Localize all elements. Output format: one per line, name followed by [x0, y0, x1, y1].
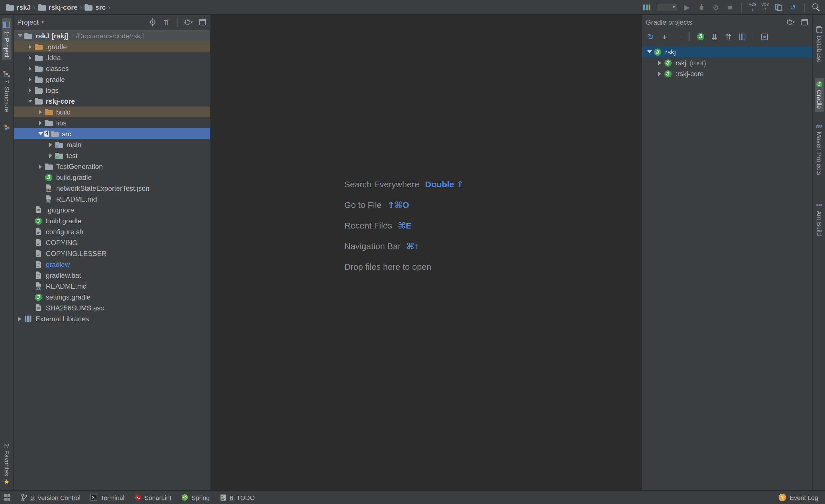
- item-label: build.gradle: [46, 217, 81, 225]
- changelist-icon[interactable]: [642, 2, 652, 12]
- gradle-settings-icon[interactable]: [760, 31, 769, 42]
- tree-row[interactable]: gradle: [14, 74, 210, 85]
- editor-area[interactable]: Search EverywhereDouble ⇧Go to File⇧⌘ORe…: [211, 15, 642, 490]
- toolwindow-tab-structure[interactable]: 7: Structure: [2, 67, 11, 115]
- show-task-list-icon[interactable]: [737, 31, 747, 42]
- expand-arrow[interactable]: [16, 313, 23, 324]
- tree-row[interactable]: rskJ [rskj]~/Documents/code/rskJ: [14, 30, 210, 41]
- toolwindow-tab-project[interactable]: 1: Project: [2, 18, 11, 61]
- gradle-icon[interactable]: [696, 31, 705, 42]
- toolwindow-tab-gradle[interactable]: Gradle: [814, 78, 824, 112]
- tree-row[interactable]: .idea: [14, 52, 210, 63]
- collapse-all-icon[interactable]: ⇈: [724, 31, 733, 42]
- expand-arrow[interactable]: [26, 41, 34, 52]
- collapse-all-icon[interactable]: ⇈: [162, 17, 171, 27]
- tree-row[interactable]: libs: [14, 117, 210, 128]
- locate-icon[interactable]: [148, 17, 157, 27]
- expand-arrow[interactable]: [16, 30, 23, 41]
- hide-panel-icon[interactable]: [198, 17, 207, 27]
- status-spring[interactable]: Spring: [181, 494, 210, 501]
- chevron-down-icon: ▾: [42, 19, 44, 25]
- expand-arrow[interactable]: [37, 128, 44, 139]
- coverage-icon[interactable]: ⊘: [711, 2, 720, 12]
- expand-arrow[interactable]: [47, 139, 55, 150]
- arrow-spacer: [37, 172, 44, 183]
- compare-icon[interactable]: [774, 2, 783, 12]
- breadcrumb-item[interactable]: src: [83, 3, 107, 11]
- refresh-gradle-icon[interactable]: ↻: [646, 31, 656, 42]
- tree-row[interactable]: gradlew: [14, 259, 210, 270]
- toolwindow-tab-ant[interactable]: Ant Build: [814, 199, 824, 239]
- breadcrumb-item[interactable]: rskJ: [5, 3, 32, 11]
- toolwindow-tab-maven[interactable]: mMaven Projects: [815, 120, 823, 178]
- tree-row[interactable]: configure.sh: [14, 226, 210, 237]
- tree-row[interactable]: MDREADME.md: [14, 281, 210, 291]
- expand-arrow[interactable]: [37, 106, 44, 117]
- detach-gradle-project-icon[interactable]: −: [674, 31, 683, 42]
- tree-row[interactable]: :rskj-core: [642, 68, 812, 79]
- status-terminal[interactable]: Terminal: [90, 494, 124, 501]
- tree-row[interactable]: rskj-core: [14, 96, 210, 106]
- tree-row[interactable]: JSONnetworkStateExporterTest.json: [14, 183, 210, 193]
- vcs-commit-icon[interactable]: VCS↑: [761, 3, 769, 12]
- breadcrumb-label: rskj-core: [49, 3, 77, 11]
- expand-all-icon[interactable]: ⇊: [710, 31, 719, 42]
- tree-row[interactable]: main: [14, 139, 210, 150]
- hide-panel-icon[interactable]: [800, 17, 809, 27]
- expand-arrow[interactable]: [656, 57, 663, 68]
- toolwindow-tab-favorites[interactable]: 2: Favorites★: [2, 440, 11, 488]
- breadcrumb-item[interactable]: rskj-core: [36, 3, 78, 11]
- expand-arrow[interactable]: [26, 52, 34, 63]
- tree-row[interactable]: External Libraries: [14, 313, 210, 324]
- expand-arrow[interactable]: [47, 150, 55, 161]
- tree-row[interactable]: build: [14, 106, 210, 117]
- settings-gear-icon[interactable]: ▾: [184, 17, 193, 27]
- gear-icon[interactable]: ▾: [786, 17, 795, 27]
- tree-row[interactable]: gradlew.bat: [14, 270, 210, 281]
- expand-arrow[interactable]: [26, 85, 34, 96]
- tree-row[interactable]: logs: [14, 85, 210, 96]
- status-sonarlint[interactable]: SonarLint: [134, 494, 171, 501]
- tree-row[interactable]: rskj(root): [642, 57, 812, 68]
- status-todo[interactable]: 6: TODO: [219, 494, 255, 501]
- status-version-control[interactable]: 9: Version Control: [21, 493, 80, 501]
- tree-row[interactable]: .gradle: [14, 41, 210, 52]
- expand-arrow[interactable]: [26, 96, 34, 106]
- tree-row[interactable]: rskj: [642, 47, 812, 57]
- item-label: .idea: [46, 54, 61, 62]
- tree-row[interactable]: MDREADME.md: [14, 193, 210, 204]
- search-everywhere-icon[interactable]: [812, 3, 820, 11]
- tree-row[interactable]: settings.gradle: [14, 291, 210, 303]
- shortcut-keys: Double ⇧: [425, 179, 464, 189]
- expand-arrow[interactable]: [37, 161, 44, 172]
- debug-icon[interactable]: [697, 2, 706, 12]
- expand-arrow[interactable]: [646, 47, 653, 57]
- vcs-update-icon[interactable]: VCS↓: [749, 3, 756, 12]
- tree-row[interactable]: test: [14, 150, 210, 161]
- tree-row[interactable]: TestGeneration: [14, 161, 210, 172]
- revert-icon[interactable]: ↺: [788, 2, 798, 12]
- tree-row[interactable]: build.gradle: [14, 172, 210, 183]
- toolwindow-switcher[interactable]: [3, 494, 11, 501]
- item-label: networkStateExporterTest.json: [56, 184, 150, 192]
- expand-arrow[interactable]: [656, 68, 663, 79]
- tree-row[interactable]: build.gradle: [14, 215, 210, 226]
- expand-arrow[interactable]: [26, 74, 34, 85]
- expand-arrow[interactable]: [37, 117, 44, 128]
- stop-icon[interactable]: ■: [725, 2, 735, 12]
- tree-row[interactable]: 4src: [14, 128, 210, 139]
- expand-arrow[interactable]: [26, 63, 34, 74]
- breadcrumb-separator-icon: ›: [108, 3, 110, 11]
- run-config-combo[interactable]: ▾: [657, 3, 677, 11]
- event-log[interactable]: 1 Event Log: [779, 494, 818, 501]
- project-view-selector[interactable]: Project ▾: [17, 18, 44, 26]
- tree-row[interactable]: COPYING: [14, 237, 210, 248]
- tree-row[interactable]: COPYING.LESSER: [14, 248, 210, 259]
- tree-row[interactable]: classes: [14, 63, 210, 74]
- toolwindow-tab-plugin[interactable]: [2, 121, 11, 134]
- attach-gradle-project-icon[interactable]: +: [660, 31, 669, 42]
- tree-row[interactable]: SHA256SUMS.asc: [14, 303, 210, 313]
- tree-row[interactable]: .gitignore: [14, 204, 210, 215]
- toolwindow-tab-database[interactable]: Database: [814, 23, 824, 65]
- run-icon[interactable]: ▶: [682, 2, 691, 12]
